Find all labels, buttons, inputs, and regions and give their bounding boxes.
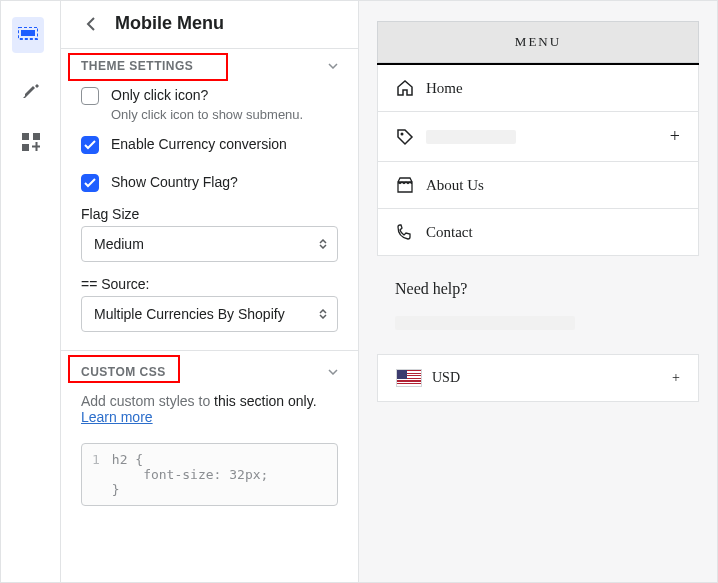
flag-size-value: Medium	[94, 236, 144, 252]
chevron-down-icon	[328, 369, 338, 375]
svg-rect-4	[22, 144, 29, 151]
svg-rect-2	[22, 133, 29, 140]
theme-settings-body: Only click icon? Only click icon to show…	[61, 83, 358, 350]
nav-apps[interactable]	[19, 130, 43, 154]
blurred-text	[426, 130, 516, 144]
only-click-checkbox[interactable]	[81, 87, 99, 105]
select-arrows-icon	[319, 239, 327, 249]
only-click-label: Only click icon?	[111, 87, 303, 103]
menu-item-label: Home	[426, 80, 463, 97]
only-click-helper: Only click icon to show submenu.	[111, 107, 303, 122]
flag-size-label: Flag Size	[81, 206, 338, 222]
country-flag-label: Show Country Flag?	[111, 174, 238, 190]
chevron-left-icon	[86, 16, 96, 32]
need-help-text: Need help?	[377, 256, 699, 302]
store-icon	[396, 176, 414, 194]
brush-icon	[21, 80, 41, 100]
currency-label: Enable Currency conversion	[111, 136, 287, 152]
country-flag-option[interactable]: Show Country Flag?	[81, 174, 338, 192]
country-flag-checkbox[interactable]	[81, 174, 99, 192]
back-button[interactable]	[81, 14, 101, 34]
apps-icon	[22, 133, 40, 151]
plus-icon: +	[672, 370, 680, 386]
phone-icon	[396, 223, 414, 241]
currency-selector[interactable]: USD +	[377, 354, 699, 402]
left-nav	[1, 1, 61, 582]
flag-size-select[interactable]: Medium	[81, 226, 338, 262]
currency-code: USD	[432, 370, 460, 386]
sections-icon	[18, 27, 38, 43]
home-icon	[396, 79, 414, 97]
menu-item-label: Contact	[426, 224, 473, 241]
custom-css-helper: Add custom styles to this section only. …	[81, 393, 338, 435]
source-select[interactable]: Multiple Currencies By Shopify	[81, 296, 338, 332]
only-click-option[interactable]: Only click icon? Only click icon to show…	[81, 87, 338, 122]
menu-item-label: About Us	[426, 177, 484, 194]
menu-header: MENU	[377, 21, 699, 63]
theme-settings-label: THEME SETTINGS	[81, 59, 193, 73]
check-icon	[84, 140, 96, 150]
currency-checkbox[interactable]	[81, 136, 99, 154]
menu-item-contact[interactable]: Contact	[377, 209, 699, 256]
preview-pane: MENU Home + About Us Contact Need help? …	[359, 1, 717, 582]
code-content: h2 { font-size: 32px; }	[112, 452, 269, 497]
check-icon	[84, 178, 96, 188]
flag-size-field: Flag Size Medium	[81, 206, 338, 262]
nav-theme[interactable]	[19, 78, 43, 102]
blurred-text	[395, 316, 575, 330]
chevron-down-icon	[328, 63, 338, 69]
svg-point-5	[401, 132, 404, 135]
svg-rect-3	[33, 133, 40, 140]
tag-icon	[396, 128, 414, 146]
menu-item-about[interactable]: About Us	[377, 162, 699, 209]
custom-css-label: CUSTOM CSS	[81, 365, 166, 379]
source-value: Multiple Currencies By Shopify	[94, 306, 285, 322]
sidebar: Mobile Menu THEME SETTINGS Only click ic…	[61, 1, 359, 582]
custom-css-editor[interactable]: 1 h2 { font-size: 32px; }	[81, 443, 338, 506]
currency-option[interactable]: Enable Currency conversion	[81, 136, 338, 154]
svg-rect-1	[21, 30, 35, 36]
sidebar-title: Mobile Menu	[115, 13, 224, 34]
nav-sections[interactable]	[19, 26, 43, 50]
learn-more-link[interactable]: Learn more	[81, 409, 153, 425]
menu-item-home[interactable]: Home	[377, 65, 699, 112]
us-flag-icon	[396, 369, 422, 387]
custom-css-header[interactable]: CUSTOM CSS	[61, 351, 358, 393]
code-gutter: 1	[92, 452, 100, 497]
plus-icon: +	[670, 126, 680, 147]
source-label: == Source:	[81, 276, 338, 292]
theme-settings-header[interactable]: THEME SETTINGS	[61, 49, 358, 83]
menu-item-blurred[interactable]: +	[377, 112, 699, 162]
select-arrows-icon	[319, 309, 327, 319]
source-field: == Source: Multiple Currencies By Shopif…	[81, 276, 338, 332]
